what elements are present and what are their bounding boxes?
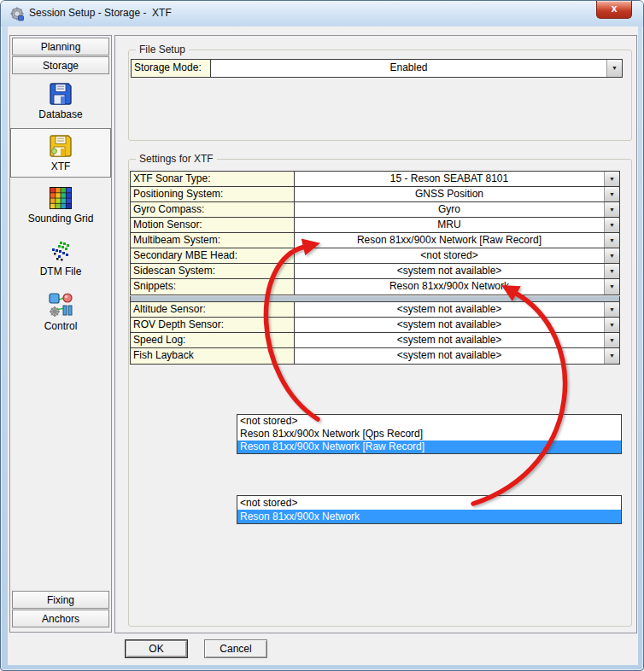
list-item[interactable]: <not stored> — [237, 415, 621, 428]
list-item-selected[interactable]: Reson 81xx/900x Network — [237, 510, 621, 523]
list-item[interactable]: <not stored> — [237, 496, 621, 510]
dropdown-arrow-button[interactable]: ▼ — [606, 60, 622, 77]
settings-row: Altitude Sensor: <system not available> … — [131, 302, 619, 318]
chevron-down-icon: ▼ — [605, 353, 619, 359]
field-label: Gyro Compass: — [131, 202, 295, 217]
session-setup-dialog: Session Setup - Storage - XTF x Planning… — [0, 0, 644, 671]
settings-row: Speed Log: <system not available> ▼ — [131, 333, 619, 348]
dropdown-arrow-button[interactable]: ▼ — [604, 318, 619, 332]
file-setup-group: File Setup Storage Mode: Enabled ▼ — [128, 50, 632, 141]
settings-row: Positioning System: GNSS Position ▼ — [131, 187, 619, 202]
field-value[interactable]: 15 - Reson SEABAT 8101 — [295, 172, 604, 186]
dropdown-arrow-button[interactable]: ▼ — [604, 233, 619, 248]
field-value[interactable]: <system not available> — [295, 348, 604, 364]
chevron-down-icon: ▼ — [605, 191, 619, 197]
settings-row: Sidescan System: <system not available> … — [131, 264, 619, 279]
chevron-down-icon: ▼ — [605, 207, 619, 213]
database-floppy-blue-icon — [48, 81, 73, 107]
settings-row-snippets: Snippets: Reson 81xx/900x Network ▼ — [131, 279, 619, 295]
field-value[interactable]: <system not available> — [295, 318, 604, 332]
settings-table-1: XTF Sonar Type: 15 - Reson SEABAT 8101 ▼… — [130, 171, 620, 295]
sidebar-item-storage[interactable]: Storage — [12, 56, 109, 74]
dropdown-arrow-button[interactable]: ▼ — [604, 187, 619, 201]
settings-xtf-group-label: Settings for XTF — [136, 153, 217, 165]
settings-row: Secondary MBE Head: <not stored> ▼ — [131, 248, 619, 264]
field-value[interactable]: Enabled — [211, 60, 606, 77]
field-label: ROV Depth Sensor: — [131, 318, 295, 332]
field-value[interactable]: MRU — [295, 218, 604, 232]
chevron-down-icon: ▼ — [605, 176, 619, 182]
list-item[interactable]: Reson 81xx/900x Network [Qps Record] — [237, 428, 621, 441]
sidebar-item-database[interactable]: Database — [10, 81, 111, 120]
dtm-file-icon — [48, 238, 73, 264]
sidebar-item-dtm-file[interactable]: DTM File — [10, 238, 111, 277]
dropdown-arrow-button[interactable]: ▼ — [604, 264, 619, 278]
chevron-down-icon: ▼ — [605, 283, 619, 289]
cancel-button[interactable]: Cancel — [204, 639, 267, 658]
field-value[interactable]: <system not available> — [295, 264, 604, 278]
sidebar-item-label: XTF — [11, 160, 110, 172]
field-value[interactable]: Gyro — [295, 202, 604, 217]
field-label: Positioning System: — [131, 187, 295, 201]
field-label: XTF Sonar Type: — [131, 172, 295, 186]
chevron-down-icon: ▼ — [607, 65, 622, 71]
app-gear-icon — [10, 7, 25, 21]
settings-table-2: Altitude Sensor: <system not available> … — [130, 301, 620, 365]
field-value[interactable]: GNSS Position — [295, 187, 604, 201]
snippets-options-list: <not stored> Reson 81xx/900x Network — [237, 495, 622, 524]
sidebar-item-planning[interactable]: Planning — [12, 38, 109, 55]
sidebar-item-sounding-grid[interactable]: Sounding Grid — [10, 185, 111, 225]
main-panel: File Setup Storage Mode: Enabled ▼ Setti… — [114, 35, 637, 633]
dropdown-arrow-button[interactable]: ▼ — [604, 279, 619, 295]
window-title: Session Setup - Storage - XTF — [29, 7, 172, 19]
dropdown-arrow-button[interactable]: ▼ — [604, 202, 619, 217]
title-bar[interactable]: Session Setup - Storage - XTF x — [1, 1, 643, 26]
multibeam-options-list: <not stored> Reson 81xx/900x Network [Qp… — [237, 414, 622, 454]
chevron-down-icon: ▼ — [605, 306, 619, 312]
settings-row: Fish Layback <system not available> ▼ — [131, 348, 619, 364]
field-value[interactable]: <not stored> — [295, 248, 604, 263]
sidebar-item-label: Control — [10, 320, 111, 332]
ok-button[interactable]: OK — [125, 639, 188, 658]
chevron-down-icon: ▼ — [605, 222, 619, 228]
dropdown-arrow-button[interactable]: ▼ — [604, 218, 619, 232]
sidebar: Planning Storage Database — [9, 35, 112, 633]
sidebar-item-anchors[interactable]: Anchors — [12, 610, 109, 627]
storage-mode-row: Storage Mode: Enabled ▼ — [132, 60, 622, 77]
chevron-down-icon: ▼ — [605, 322, 619, 328]
field-label: Motion Sensor: — [131, 218, 295, 232]
dropdown-arrow-button[interactable]: ▼ — [604, 333, 619, 347]
dropdown-arrow-button[interactable]: ▼ — [604, 172, 619, 186]
sidebar-item-control[interactable]: Control — [10, 291, 111, 332]
field-value[interactable]: <system not available> — [295, 302, 604, 317]
settings-row: XTF Sonar Type: 15 - Reson SEABAT 8101 ▼ — [131, 172, 619, 187]
dropdown-arrow-button[interactable]: ▼ — [604, 302, 619, 317]
dialog-client-area: Planning Storage Database — [8, 26, 638, 665]
control-icon — [47, 291, 74, 318]
chevron-down-icon: ▼ — [605, 237, 619, 243]
file-setup-group-label: File Setup — [136, 44, 189, 55]
settings-row: Motion Sensor: MRU ▼ — [131, 218, 619, 233]
field-label: Storage Mode: — [132, 60, 211, 77]
sidebar-item-fixing[interactable]: Fixing — [12, 591, 109, 609]
sidebar-item-xtf[interactable]: XTF — [10, 128, 111, 178]
field-label: Sidescan System: — [131, 264, 295, 278]
close-button[interactable]: x — [596, 1, 632, 19]
field-label: Multibeam System: — [131, 233, 295, 248]
field-label: Altitude Sensor: — [131, 302, 295, 317]
field-label: Fish Layback — [131, 348, 295, 364]
chevron-down-icon: ▼ — [605, 337, 619, 343]
field-label: Snippets: — [131, 279, 295, 295]
list-item-selected[interactable]: Reson 81xx/900x Network [Raw Record] — [237, 441, 621, 453]
field-label: Speed Log: — [131, 333, 295, 347]
dropdown-arrow-button[interactable]: ▼ — [604, 348, 619, 364]
chevron-down-icon: ▼ — [605, 253, 619, 259]
field-value[interactable]: Reson 81xx/900x Network — [295, 279, 604, 295]
chevron-down-icon: ▼ — [605, 268, 619, 274]
field-value[interactable]: <system not available> — [295, 333, 604, 347]
sidebar-item-label: Sounding Grid — [10, 213, 111, 225]
settings-row-multibeam: Multibeam System: Reson 81xx/900x Networ… — [131, 233, 619, 248]
field-value[interactable]: Reson 81xx/900x Network [Raw Record] — [295, 233, 604, 248]
dropdown-arrow-button[interactable]: ▼ — [604, 248, 619, 263]
sounding-grid-icon — [48, 185, 73, 211]
